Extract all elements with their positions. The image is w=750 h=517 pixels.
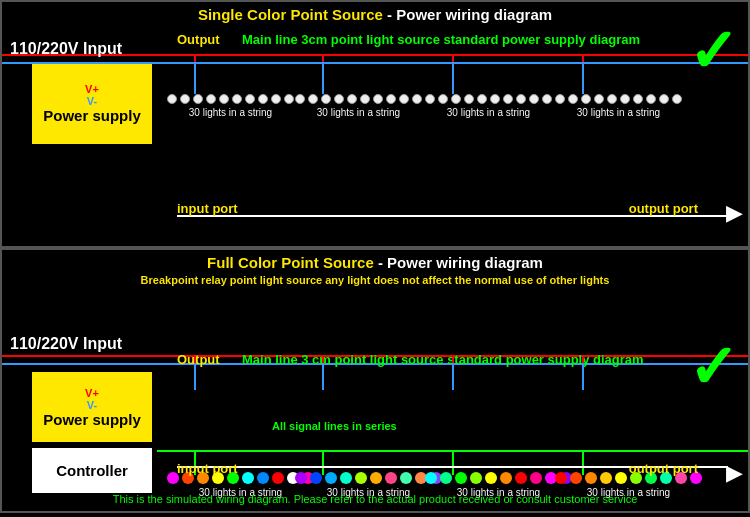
vline-1-blue (194, 62, 196, 94)
dot (581, 94, 591, 104)
b-vline-1-blue (194, 363, 196, 390)
dot (232, 94, 242, 104)
dot (271, 94, 281, 104)
dot (308, 94, 318, 104)
top-input-label: 110/220V Input (10, 40, 122, 58)
top-title-white: - Power wiring diagram (387, 6, 552, 23)
top-power-supply-label: Power supply (43, 107, 141, 125)
dot (659, 94, 669, 104)
dot (180, 94, 190, 104)
string-4-dots (555, 94, 682, 104)
top-check-mark: ✓ (688, 22, 738, 82)
dot (295, 94, 305, 104)
top-main-line-label: Main line 3cm point light source standar… (242, 32, 640, 47)
dot (646, 94, 656, 104)
dot (464, 94, 474, 104)
dot (530, 472, 542, 484)
string-1: 30 lights in a string (167, 94, 294, 118)
b-vline-3-blue (452, 363, 454, 390)
dot (258, 94, 268, 104)
dot (412, 94, 422, 104)
dot (206, 94, 216, 104)
string-1-dots (167, 94, 294, 104)
bottom-vplus: V+ (85, 387, 99, 399)
bottom-title-white: - Power wiring diagram (378, 254, 543, 271)
top-title: Single Color Point Source - Power wiring… (2, 2, 748, 25)
dot (600, 472, 612, 484)
dot (594, 94, 604, 104)
string-2-label: 30 lights in a string (317, 107, 400, 118)
dot (568, 94, 578, 104)
top-arrow-right: ▶ (726, 200, 743, 226)
dot (355, 472, 367, 484)
controller-box: Controller (32, 448, 152, 493)
dot (360, 94, 370, 104)
dot (470, 472, 482, 484)
vline-4-blue (582, 62, 584, 94)
dot (585, 472, 597, 484)
dot (672, 94, 682, 104)
all-signal-label: All signal lines in series (272, 420, 397, 432)
dot (219, 94, 229, 104)
dot (515, 472, 527, 484)
dot (193, 94, 203, 104)
simulated-note: This is the simulated wiring diagram. Pl… (2, 489, 748, 509)
top-vplus: V+ (85, 83, 99, 95)
dot (615, 472, 627, 484)
bottom-string-3-dots (425, 472, 572, 484)
top-output-label: Output (177, 32, 220, 47)
dot (385, 472, 397, 484)
dot (400, 472, 412, 484)
top-vminus: V- (87, 95, 97, 107)
bottom-input-port-label: input port (177, 461, 238, 476)
top-output-port-label: output port (629, 201, 698, 216)
bottom-input-label: 110/220V Input (10, 335, 122, 353)
bottom-title-yellow: Full Color Point Source (207, 254, 374, 271)
dot (455, 472, 467, 484)
dot (325, 472, 337, 484)
top-title-yellow: Single Color Point Source (198, 6, 383, 23)
vline-2-blue (322, 62, 324, 94)
dot (272, 472, 284, 484)
vline-3-blue (452, 62, 454, 94)
dot (386, 94, 396, 104)
dot (529, 94, 539, 104)
bottom-arrow-right: ▶ (726, 460, 743, 486)
dot (633, 94, 643, 104)
string-2-dots (295, 94, 422, 104)
dot (438, 94, 448, 104)
string-3: 30 lights in a string (425, 94, 552, 118)
dot (570, 472, 582, 484)
dot (373, 94, 383, 104)
bottom-section: Full Color Point Source - Power wiring d… (0, 248, 750, 513)
dot (555, 94, 565, 104)
bottom-output-port-label: output port (629, 461, 698, 476)
dot (257, 472, 269, 484)
dot (500, 472, 512, 484)
dot (399, 94, 409, 104)
dot (284, 94, 294, 104)
bottom-power-supply-box: V+ V- Power supply (32, 372, 152, 442)
dot (310, 472, 322, 484)
dot (242, 472, 254, 484)
dot (425, 94, 435, 104)
dot (440, 472, 452, 484)
dot (620, 94, 630, 104)
top-section: Single Color Point Source - Power wiring… (0, 0, 750, 248)
string-4-label: 30 lights in a string (577, 107, 660, 118)
dot (485, 472, 497, 484)
bottom-title: Full Color Point Source - Power wiring d… (2, 250, 748, 273)
dot (340, 472, 352, 484)
dot (503, 94, 513, 104)
dot (245, 94, 255, 104)
dot (295, 472, 307, 484)
dot (334, 94, 344, 104)
dot (542, 94, 552, 104)
b-vline-4-blue (582, 363, 584, 390)
dot (555, 472, 567, 484)
dot (607, 94, 617, 104)
dot (167, 94, 177, 104)
bottom-power-supply-label: Power supply (43, 411, 141, 428)
dot (347, 94, 357, 104)
string-2: 30 lights in a string (295, 94, 422, 118)
